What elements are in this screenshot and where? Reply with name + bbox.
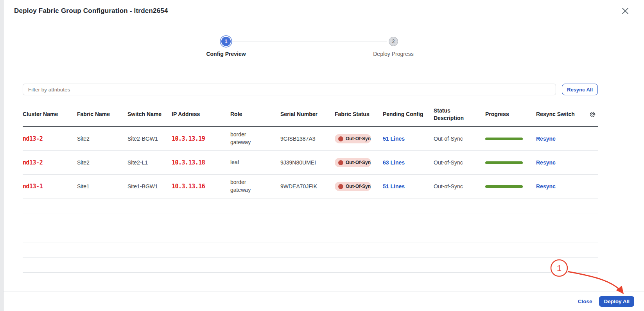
cell-role: border gateway xyxy=(230,179,258,194)
resync-all-button[interactable]: Resync All xyxy=(562,84,598,95)
cell-progress xyxy=(485,161,536,164)
cell-fabric-name: Site2 xyxy=(77,136,127,142)
cell-switch-name: Site2-BGW1 xyxy=(127,136,172,142)
modal-titlebar: Deploy Fabric Group Configuration - ltrd… xyxy=(4,0,644,22)
progress-bar xyxy=(485,138,523,140)
wizard-stepper: 1 Config Preview 2 Deploy Progress xyxy=(4,22,644,73)
resync-link[interactable]: Resync xyxy=(536,136,556,142)
table-row-empty xyxy=(23,213,598,228)
status-badge-label: Out-Of-Sync xyxy=(346,136,371,141)
cell-status-description: Out-of-Sync xyxy=(434,183,485,189)
cell-ip-address: 10.3.13.16 xyxy=(172,183,230,190)
col-ip-address: IP Address xyxy=(172,111,230,118)
cell-cluster-name: nd13-1 xyxy=(23,183,77,190)
modal-footer: Close Deploy All xyxy=(4,291,644,311)
column-settings-gear-icon[interactable] xyxy=(587,110,598,118)
table-header: Cluster Name Fabric Name Switch Name IP … xyxy=(23,102,598,127)
close-icon[interactable] xyxy=(619,5,631,17)
cell-ip-address: 10.3.13.18 xyxy=(172,159,230,166)
cell-switch-name: Site2-L1 xyxy=(127,159,172,166)
cell-resync-switch: Resync xyxy=(536,183,587,189)
cell-fabric-status: Out-Of-Sync xyxy=(335,182,383,191)
status-badge-label: Out-Of-Sync xyxy=(346,184,371,189)
cell-resync-switch: Resync xyxy=(536,136,587,142)
table-row-empty xyxy=(23,243,598,258)
table-toolbar: Resync All xyxy=(23,84,598,95)
filter-input[interactable] xyxy=(23,84,556,95)
progress-bar xyxy=(485,161,523,164)
cell-role: border gateway xyxy=(230,131,258,146)
cell-resync-switch: Resync xyxy=(536,159,587,166)
modal-title: Deploy Fabric Group Configuration - ltrd… xyxy=(14,7,168,15)
step-2-label: Deploy Progress xyxy=(373,51,414,57)
pending-config-link[interactable]: 63 Lines xyxy=(383,159,405,166)
status-badge: Out-Of-Sync xyxy=(335,134,371,143)
cell-progress xyxy=(485,138,536,140)
out-of-sync-dot-icon xyxy=(338,136,343,141)
step-1-label: Config Preview xyxy=(206,51,246,57)
col-status-description: Status Description xyxy=(434,107,470,122)
pending-config-link[interactable]: 51 Lines xyxy=(383,136,405,142)
step-deploy-progress: 2 Deploy Progress xyxy=(350,37,436,57)
cell-status-description: Out-of-Sync xyxy=(434,159,485,166)
deploy-all-button[interactable]: Deploy All xyxy=(599,296,634,307)
modal-content: Resync All Cluster Name Fabric Name Swit… xyxy=(23,84,598,273)
cell-ip-address: 10.3.13.19 xyxy=(172,135,230,142)
cell-pending-config: 51 Lines xyxy=(383,136,434,142)
col-resync-switch: Resync Switch xyxy=(536,111,587,118)
out-of-sync-dot-icon xyxy=(338,160,343,165)
cell-cluster-name: nd13-2 xyxy=(23,135,77,142)
cell-cluster-name: nd13-2 xyxy=(23,159,77,166)
table-row-empty xyxy=(23,198,598,213)
cell-serial-number: 9WDEA70JFIK xyxy=(280,183,335,189)
cell-role: leaf xyxy=(230,159,258,166)
table-row: nd13-2 Site2 Site2-BGW1 10.3.13.19 borde… xyxy=(23,127,598,151)
resync-link[interactable]: Resync xyxy=(536,159,556,166)
cell-pending-config: 63 Lines xyxy=(383,159,434,166)
pending-config-link[interactable]: 51 Lines xyxy=(383,183,405,189)
resync-link[interactable]: Resync xyxy=(536,183,556,189)
col-serial-number: Serial Number xyxy=(280,111,335,118)
cell-serial-number: 9GISB1387A3 xyxy=(280,136,335,142)
table-row-empty xyxy=(23,228,598,243)
deploy-fabric-modal: Deploy Fabric Group Configuration - ltrd… xyxy=(3,0,644,311)
step-2-circle: 2 xyxy=(389,37,398,46)
cell-fabric-status: Out-Of-Sync xyxy=(335,158,383,167)
cell-serial-number: 9J39N80UMEI xyxy=(280,159,335,166)
col-switch-name: Switch Name xyxy=(127,111,172,118)
status-badge-label: Out-Of-Sync xyxy=(346,160,371,165)
col-role: Role xyxy=(230,111,280,118)
out-of-sync-dot-icon xyxy=(338,184,343,189)
col-progress: Progress xyxy=(485,111,536,118)
table-row-empty xyxy=(23,258,598,273)
col-cluster-name: Cluster Name xyxy=(23,111,77,118)
close-button[interactable]: Close xyxy=(578,298,592,304)
col-fabric-name: Fabric Name xyxy=(77,111,127,118)
status-badge: Out-Of-Sync xyxy=(335,182,371,191)
table-row: nd13-1 Site1 Site1-BGW1 10.3.13.16 borde… xyxy=(23,175,598,198)
col-fabric-status: Fabric Status xyxy=(335,111,383,118)
cell-switch-name: Site1-BGW1 xyxy=(127,183,172,189)
step-1-circle[interactable]: 1 xyxy=(221,37,231,46)
table-row: nd13-2 Site2 Site2-L1 10.3.13.18 leaf 9J… xyxy=(23,151,598,175)
cell-fabric-name: Site1 xyxy=(77,183,127,189)
status-badge: Out-Of-Sync xyxy=(335,158,371,167)
cell-fabric-status: Out-Of-Sync xyxy=(335,134,383,143)
step-config-preview[interactable]: 1 Config Preview xyxy=(183,37,269,57)
progress-bar xyxy=(485,185,523,188)
col-pending-config: Pending Config xyxy=(383,111,434,118)
cell-status-description: Out-of-Sync xyxy=(434,136,485,142)
empty-rows xyxy=(23,198,598,273)
cell-pending-config: 51 Lines xyxy=(383,183,434,189)
cell-fabric-name: Site2 xyxy=(77,159,127,166)
cell-progress xyxy=(485,185,536,188)
